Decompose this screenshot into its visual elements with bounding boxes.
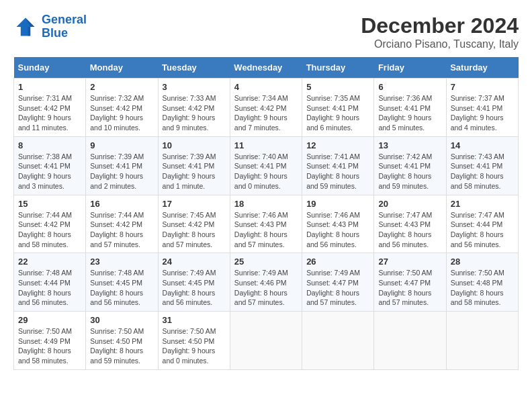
table-cell: 22 Sunrise: 7:48 AM Sunset: 4:44 PM Dayl… xyxy=(14,253,86,312)
day-number: 1 xyxy=(18,82,81,92)
table-cell: 20 Sunrise: 7:47 AM Sunset: 4:43 PM Dayl… xyxy=(374,195,446,253)
cell-info: Sunrise: 7:31 AM Sunset: 4:42 PM Dayligh… xyxy=(18,93,81,133)
table-cell: 24 Sunrise: 7:49 AM Sunset: 4:45 PM Dayl… xyxy=(158,253,230,312)
cell-info: Sunrise: 7:49 AM Sunset: 4:47 PM Dayligh… xyxy=(306,268,369,308)
table-cell: 31 Sunrise: 7:50 AM Sunset: 4:50 PM Dayl… xyxy=(158,312,230,370)
table-cell xyxy=(302,312,374,370)
calendar-row: 22 Sunrise: 7:48 AM Sunset: 4:44 PM Dayl… xyxy=(14,253,519,312)
table-cell: 25 Sunrise: 7:49 AM Sunset: 4:46 PM Dayl… xyxy=(230,253,302,312)
cell-info: Sunrise: 7:46 AM Sunset: 4:43 PM Dayligh… xyxy=(234,210,298,250)
cell-info: Sunrise: 7:48 AM Sunset: 4:44 PM Dayligh… xyxy=(18,268,81,308)
cell-info: Sunrise: 7:39 AM Sunset: 4:41 PM Dayligh… xyxy=(90,152,153,191)
day-number: 23 xyxy=(90,257,153,267)
table-cell: 5 Sunrise: 7:35 AM Sunset: 4:41 PM Dayli… xyxy=(302,79,374,137)
cell-info: Sunrise: 7:39 AM Sunset: 4:41 PM Dayligh… xyxy=(163,152,226,191)
page-header: General Blue December 2024 Orciano Pisan… xyxy=(13,13,519,50)
cell-info: Sunrise: 7:36 AM Sunset: 4:41 PM Dayligh… xyxy=(378,93,441,133)
cell-info: Sunrise: 7:49 AM Sunset: 4:45 PM Dayligh… xyxy=(163,268,226,308)
cell-info: Sunrise: 7:50 AM Sunset: 4:48 PM Dayligh… xyxy=(451,268,514,308)
day-number: 22 xyxy=(18,257,81,267)
day-number: 12 xyxy=(306,140,369,150)
table-cell xyxy=(374,312,446,370)
table-cell: 4 Sunrise: 7:34 AM Sunset: 4:42 PM Dayli… xyxy=(230,79,302,137)
table-cell xyxy=(230,312,302,370)
cell-info: Sunrise: 7:47 AM Sunset: 4:44 PM Dayligh… xyxy=(451,210,514,250)
day-number: 17 xyxy=(163,199,226,209)
cell-info: Sunrise: 7:47 AM Sunset: 4:43 PM Dayligh… xyxy=(378,210,441,250)
cell-info: Sunrise: 7:38 AM Sunset: 4:41 PM Dayligh… xyxy=(18,152,81,191)
cell-info: Sunrise: 7:50 AM Sunset: 4:50 PM Dayligh… xyxy=(90,326,153,366)
table-cell: 11 Sunrise: 7:40 AM Sunset: 4:41 PM Dayl… xyxy=(230,136,302,195)
calendar-table: Sunday Monday Tuesday Wednesday Thursday… xyxy=(13,57,519,370)
table-cell: 29 Sunrise: 7:50 AM Sunset: 4:49 PM Dayl… xyxy=(14,312,86,370)
cell-info: Sunrise: 7:48 AM Sunset: 4:45 PM Dayligh… xyxy=(90,268,153,308)
day-number: 19 xyxy=(306,199,369,209)
cell-info: Sunrise: 7:50 AM Sunset: 4:47 PM Dayligh… xyxy=(378,268,441,308)
day-number: 11 xyxy=(234,140,298,150)
day-number: 9 xyxy=(90,140,153,150)
col-tuesday: Tuesday xyxy=(158,57,230,79)
table-cell: 13 Sunrise: 7:42 AM Sunset: 4:41 PM Dayl… xyxy=(374,136,446,195)
calendar-row: 8 Sunrise: 7:38 AM Sunset: 4:41 PM Dayli… xyxy=(14,136,519,195)
table-cell xyxy=(446,312,518,370)
day-number: 4 xyxy=(234,82,298,92)
day-number: 30 xyxy=(90,315,153,325)
table-cell: 3 Sunrise: 7:33 AM Sunset: 4:42 PM Dayli… xyxy=(158,79,230,137)
title-section: December 2024 Orciano Pisano, Tuscany, I… xyxy=(361,13,519,50)
day-number: 27 xyxy=(378,257,441,267)
calendar-row: 15 Sunrise: 7:44 AM Sunset: 4:42 PM Dayl… xyxy=(14,195,519,253)
table-cell: 7 Sunrise: 7:37 AM Sunset: 4:41 PM Dayli… xyxy=(446,79,518,137)
calendar-row: 29 Sunrise: 7:50 AM Sunset: 4:49 PM Dayl… xyxy=(14,312,519,370)
cell-info: Sunrise: 7:41 AM Sunset: 4:41 PM Dayligh… xyxy=(306,152,369,191)
day-number: 16 xyxy=(90,199,153,209)
day-number: 21 xyxy=(451,199,514,209)
day-number: 10 xyxy=(163,140,226,150)
cell-info: Sunrise: 7:37 AM Sunset: 4:41 PM Dayligh… xyxy=(451,93,514,133)
cell-info: Sunrise: 7:40 AM Sunset: 4:41 PM Dayligh… xyxy=(234,152,298,191)
table-cell: 15 Sunrise: 7:44 AM Sunset: 4:42 PM Dayl… xyxy=(14,195,86,253)
table-cell: 21 Sunrise: 7:47 AM Sunset: 4:44 PM Dayl… xyxy=(446,195,518,253)
day-number: 15 xyxy=(18,199,81,209)
table-cell: 9 Sunrise: 7:39 AM Sunset: 4:41 PM Dayli… xyxy=(86,136,158,195)
header-row: Sunday Monday Tuesday Wednesday Thursday… xyxy=(14,57,519,79)
table-cell: 6 Sunrise: 7:36 AM Sunset: 4:41 PM Dayli… xyxy=(374,79,446,137)
day-number: 3 xyxy=(163,82,226,92)
col-saturday: Saturday xyxy=(446,57,518,79)
month-title: December 2024 xyxy=(361,13,519,38)
table-cell: 26 Sunrise: 7:49 AM Sunset: 4:47 PM Dayl… xyxy=(302,253,374,312)
location: Orciano Pisano, Tuscany, Italy xyxy=(361,38,519,50)
cell-info: Sunrise: 7:49 AM Sunset: 4:46 PM Dayligh… xyxy=(234,268,298,308)
logo-general: General xyxy=(42,13,87,26)
table-cell: 8 Sunrise: 7:38 AM Sunset: 4:41 PM Dayli… xyxy=(14,136,86,195)
col-monday: Monday xyxy=(86,57,158,79)
table-cell: 2 Sunrise: 7:32 AM Sunset: 4:42 PM Dayli… xyxy=(86,79,158,137)
cell-info: Sunrise: 7:45 AM Sunset: 4:42 PM Dayligh… xyxy=(163,210,226,250)
table-cell: 18 Sunrise: 7:46 AM Sunset: 4:43 PM Dayl… xyxy=(230,195,302,253)
table-cell: 30 Sunrise: 7:50 AM Sunset: 4:50 PM Dayl… xyxy=(86,312,158,370)
col-friday: Friday xyxy=(374,57,446,79)
col-sunday: Sunday xyxy=(14,57,86,79)
table-cell: 27 Sunrise: 7:50 AM Sunset: 4:47 PM Dayl… xyxy=(374,253,446,312)
day-number: 24 xyxy=(163,257,226,267)
day-number: 20 xyxy=(378,199,441,209)
cell-info: Sunrise: 7:50 AM Sunset: 4:49 PM Dayligh… xyxy=(18,326,81,366)
cell-info: Sunrise: 7:50 AM Sunset: 4:50 PM Dayligh… xyxy=(163,326,226,366)
day-number: 5 xyxy=(306,82,369,92)
table-cell: 12 Sunrise: 7:41 AM Sunset: 4:41 PM Dayl… xyxy=(302,136,374,195)
day-number: 25 xyxy=(234,257,298,267)
table-cell: 16 Sunrise: 7:44 AM Sunset: 4:42 PM Dayl… xyxy=(86,195,158,253)
day-number: 14 xyxy=(451,140,514,150)
table-cell: 14 Sunrise: 7:43 AM Sunset: 4:41 PM Dayl… xyxy=(446,136,518,195)
table-cell: 10 Sunrise: 7:39 AM Sunset: 4:41 PM Dayl… xyxy=(158,136,230,195)
day-number: 18 xyxy=(234,199,298,209)
logo: General Blue xyxy=(13,13,87,40)
col-wednesday: Wednesday xyxy=(230,57,302,79)
cell-info: Sunrise: 7:42 AM Sunset: 4:41 PM Dayligh… xyxy=(378,152,441,191)
cell-info: Sunrise: 7:44 AM Sunset: 4:42 PM Dayligh… xyxy=(18,210,81,250)
cell-info: Sunrise: 7:44 AM Sunset: 4:42 PM Dayligh… xyxy=(90,210,153,250)
day-number: 2 xyxy=(90,82,153,92)
day-number: 29 xyxy=(18,315,81,325)
cell-info: Sunrise: 7:32 AM Sunset: 4:42 PM Dayligh… xyxy=(90,93,153,133)
cell-info: Sunrise: 7:35 AM Sunset: 4:41 PM Dayligh… xyxy=(306,93,369,133)
table-cell: 19 Sunrise: 7:46 AM Sunset: 4:43 PM Dayl… xyxy=(302,195,374,253)
